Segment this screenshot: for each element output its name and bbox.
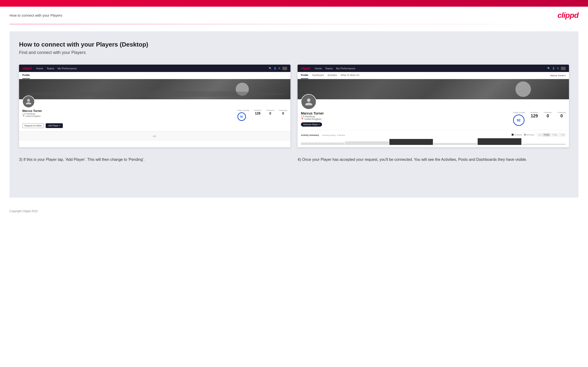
left-player-name: Marcus Turner [22, 109, 233, 113]
right-nav-home[interactable]: Home [315, 67, 322, 70]
tab-profile-left[interactable]: Profile [22, 72, 30, 79]
left-stat-activities: Activities 129 [254, 109, 261, 115]
request-to-follow-button[interactable]: Request to Follow [22, 123, 44, 128]
tab-activities-right[interactable]: Activities [328, 72, 337, 79]
right-player-handicap: 1-5 Handicap [301, 115, 507, 118]
left-nav-myperformance[interactable]: My Performance [58, 67, 77, 70]
activity-header-left: Activity Summary Monthly Activity · 6 Mo… [301, 133, 345, 137]
edit-icon: ✏ [153, 134, 156, 139]
left-nav-links: Home Teams My Performance [36, 67, 264, 70]
right-nav-teams[interactable]: Teams [325, 67, 333, 70]
right-tab-bar: Profile Dashboard Activities What To Wor… [298, 72, 569, 79]
right-golf-texture [298, 79, 569, 99]
right-tabs: Profile Dashboard Activities What To Wor… [301, 72, 359, 79]
description-right: 4) Once your Player has accepted your re… [298, 154, 569, 165]
screenshots-row: clippd Home Teams My Performance 🔍 👤 ⚙ P… [19, 65, 569, 147]
left-quality-circle: 92 [237, 112, 246, 121]
main-content: How to connect with your Players (Deskto… [9, 31, 579, 198]
time-btn-1yr[interactable]: 1 yr [537, 133, 542, 136]
legend-offcourse: Off course [524, 134, 534, 136]
right-player-info: Marcus Turner 1-5 Handicap 📍 United King… [301, 111, 566, 127]
right-quality-block: Player Quality 92 [513, 111, 525, 126]
description-row: 3) If this is your Player tap, 'Add Play… [19, 154, 569, 165]
footer-copyright: Copyright Clippd 2022 [0, 205, 588, 217]
right-stat-activities: Activities 129 [530, 111, 538, 118]
remove-player-button[interactable]: Remove Player × [301, 122, 322, 127]
activity-legend: On course Off course [512, 134, 534, 136]
activity-time-buttons: 1 yr 6 mths 3 mths 1 mth [537, 133, 566, 136]
time-btn-6mths[interactable]: 6 mths [543, 133, 550, 136]
right-profile-section: Marcus Turner 1-5 Handicap 📍 United King… [298, 99, 569, 130]
header-divider [9, 24, 579, 24]
legend-oncourse: On course [512, 134, 522, 136]
description-left: 3) If this is your Player tap, 'Add Play… [19, 154, 290, 165]
top-bar [0, 0, 588, 7]
left-nav-teams[interactable]: Teams [47, 67, 54, 70]
right-app-logo: clippd [301, 67, 310, 70]
left-player-details: Marcus Turner 1-5 Handicap 📍 United King… [22, 109, 233, 117]
activity-chart [301, 138, 566, 145]
tab-what-to-work-on-right[interactable]: What To Work On [341, 72, 360, 79]
left-quality-label: Player Quality [237, 109, 249, 111]
tab-profile-right[interactable]: Profile [301, 72, 308, 79]
offcourse-dot [524, 134, 526, 136]
chart-bar-5 [478, 138, 521, 145]
left-quality-block: Player Quality 92 [237, 109, 249, 121]
flag-icon [282, 67, 287, 70]
tab-dashboard-right[interactable]: Dashboard [312, 72, 324, 79]
golf-shadow [24, 91, 286, 97]
right-search-icon[interactable]: 🔍 [547, 67, 550, 70]
right-nav-myperformance[interactable]: My Performance [336, 67, 355, 70]
user-icon[interactable]: 👤 [274, 67, 277, 70]
left-player-info: Marcus Turner 1-5 Handicap 📍 United King… [22, 109, 287, 121]
avatar-icon [25, 98, 32, 105]
left-player-location: 📍 United Kingdom [22, 115, 233, 117]
chevron-down-icon: ▾ [564, 74, 566, 77]
left-avatar [22, 95, 35, 108]
right-avatar [301, 94, 316, 109]
right-action-buttons: Remove Player × [301, 122, 507, 127]
left-nav-home[interactable]: Home [36, 67, 43, 70]
right-user-icon[interactable]: 👤 [552, 67, 555, 70]
page-subtitle: Find and connect with your Players [19, 50, 569, 55]
screenshot-left: clippd Home Teams My Performance 🔍 👤 ⚙ P… [19, 65, 290, 147]
settings-icon[interactable]: ⚙ [278, 67, 280, 70]
right-quality-circle: 92 [513, 115, 525, 126]
left-stat-following: Following 0 [279, 109, 287, 115]
right-stat-following: Following 0 [558, 111, 566, 118]
oncourse-dot [512, 134, 514, 136]
right-player-name: Marcus Turner [301, 111, 507, 115]
left-tab-bar: Profile [19, 72, 290, 79]
search-icon[interactable]: 🔍 [269, 67, 272, 70]
left-profile-section: Marcus Turner 1-5 Handicap 📍 United King… [19, 99, 290, 131]
chart-bar-4 [433, 143, 477, 145]
left-stat-followers: Followers 0 [266, 109, 274, 115]
activity-header: Activity Summary Monthly Activity · 6 Mo… [301, 133, 566, 137]
left-navbar: clippd Home Teams My Performance 🔍 👤 ⚙ [19, 65, 290, 72]
time-btn-1mth[interactable]: 1 mth [559, 133, 566, 136]
header: How to connect with your Players clippd [0, 7, 588, 24]
right-player-details: Marcus Turner 1-5 Handicap 📍 United King… [301, 111, 507, 127]
marcus-dropdown[interactable]: Marcus Turner ▾ [550, 72, 566, 79]
left-app-logo: clippd [22, 67, 31, 70]
right-navbar: clippd Home Teams My Performance 🔍 👤 ⚙ [298, 65, 569, 72]
right-location-pin-icon: 📍 [301, 118, 304, 120]
right-golf-banner [298, 79, 569, 99]
right-nav-icons: 🔍 👤 ⚙ [547, 67, 566, 70]
chart-bar-2 [345, 141, 389, 145]
left-golf-banner [19, 79, 290, 99]
activity-subtitle: Monthly Activity · 6 Months [322, 134, 345, 136]
right-player-location: 📍 United Kingdom [301, 118, 507, 120]
screenshot-right: clippd Home Teams My Performance 🔍 👤 ⚙ P… [298, 65, 569, 147]
left-nav-icons: 🔍 👤 ⚙ [269, 67, 287, 70]
time-btn-3mths[interactable]: 3 mths [551, 133, 558, 136]
location-pin-icon: 📍 [22, 115, 25, 117]
right-flag-icon [561, 67, 566, 70]
chart-bar-6 [522, 144, 566, 145]
right-settings-icon[interactable]: ⚙ [557, 67, 559, 70]
right-avatar-icon [304, 98, 313, 106]
add-player-button[interactable]: Add Player + [46, 123, 63, 128]
right-stat-followers: Followers 0 [544, 111, 552, 118]
activity-summary: Activity Summary Monthly Activity · 6 Mo… [298, 130, 569, 147]
left-player-handicap: 1-5 Handicap [22, 113, 233, 115]
